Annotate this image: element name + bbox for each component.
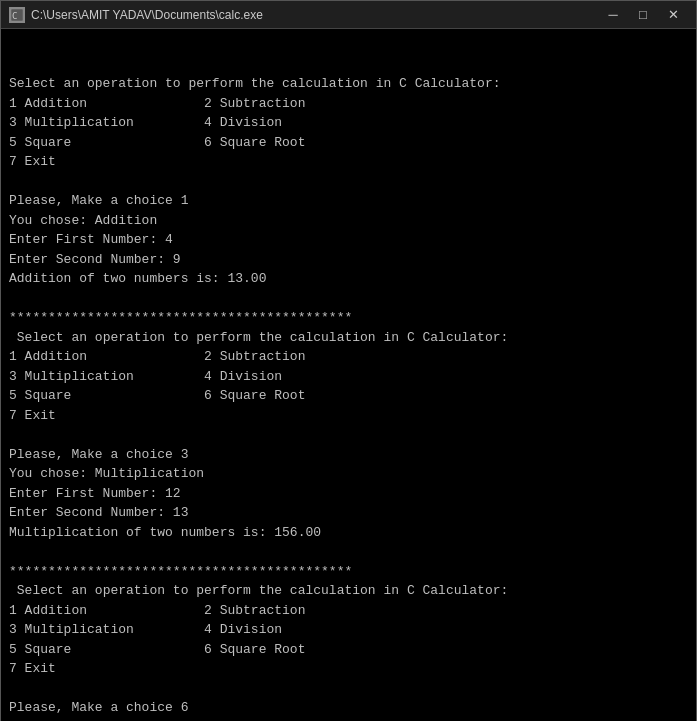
terminal-line: Enter First Number: 4 [9, 230, 688, 250]
terminal-line: 3 Multiplication 4 Division [9, 113, 688, 133]
terminal-line: ****************************************… [9, 308, 688, 328]
terminal-line: 5 Square 6 Square Root [9, 386, 688, 406]
minimize-button[interactable]: ─ [598, 4, 628, 26]
terminal-line [9, 679, 688, 699]
window-icon: C [9, 7, 25, 23]
terminal-line: You chose: Square Root [9, 718, 688, 722]
terminal-line: Addition of two numbers is: 13.00 [9, 269, 688, 289]
maximize-button[interactable]: □ [628, 4, 658, 26]
terminal-line [9, 289, 688, 309]
terminal-line: 1 Addition 2 Subtraction [9, 347, 688, 367]
terminal-line: ****************************************… [9, 562, 688, 582]
terminal-line: 5 Square 6 Square Root [9, 133, 688, 153]
terminal-line: 7 Exit [9, 659, 688, 679]
terminal-line: 3 Multiplication 4 Division [9, 367, 688, 387]
terminal-line: 5 Square 6 Square Root [9, 640, 688, 660]
terminal-line: Enter Second Number: 9 [9, 250, 688, 270]
terminal-line: 1 Addition 2 Subtraction [9, 601, 688, 621]
terminal-line [9, 542, 688, 562]
terminal-line: You chose: Multiplication [9, 464, 688, 484]
terminal-line: Select an operation to perform the calcu… [9, 74, 688, 94]
window-title: C:\Users\AMIT YADAV\Documents\calc.exe [31, 8, 598, 22]
terminal-line: Select an operation to perform the calcu… [9, 328, 688, 348]
terminal-line: 7 Exit [9, 152, 688, 172]
terminal-line: Please, Make a choice 3 [9, 445, 688, 465]
title-bar: C C:\Users\AMIT YADAV\Documents\calc.exe… [1, 1, 696, 29]
window: C C:\Users\AMIT YADAV\Documents\calc.exe… [0, 0, 697, 721]
terminal-line: 3 Multiplication 4 Division [9, 620, 688, 640]
terminal-line: 1 Addition 2 Subtraction [9, 94, 688, 114]
terminal-line: Select an operation to perform the calcu… [9, 581, 688, 601]
terminal-line [9, 172, 688, 192]
window-controls: ─ □ ✕ [598, 4, 688, 26]
terminal-output: Select an operation to perform the calcu… [1, 29, 696, 721]
terminal-line: Please, Make a choice 6 [9, 698, 688, 718]
terminal-line [9, 425, 688, 445]
terminal-line: You chose: Addition [9, 211, 688, 231]
terminal-line: Please, Make a choice 1 [9, 191, 688, 211]
terminal-line: Enter Second Number: 13 [9, 503, 688, 523]
terminal-line: Multiplication of two numbers is: 156.00 [9, 523, 688, 543]
svg-text:C: C [12, 11, 17, 21]
close-button[interactable]: ✕ [658, 4, 688, 26]
terminal-line: 7 Exit [9, 406, 688, 426]
terminal-line: Enter First Number: 12 [9, 484, 688, 504]
